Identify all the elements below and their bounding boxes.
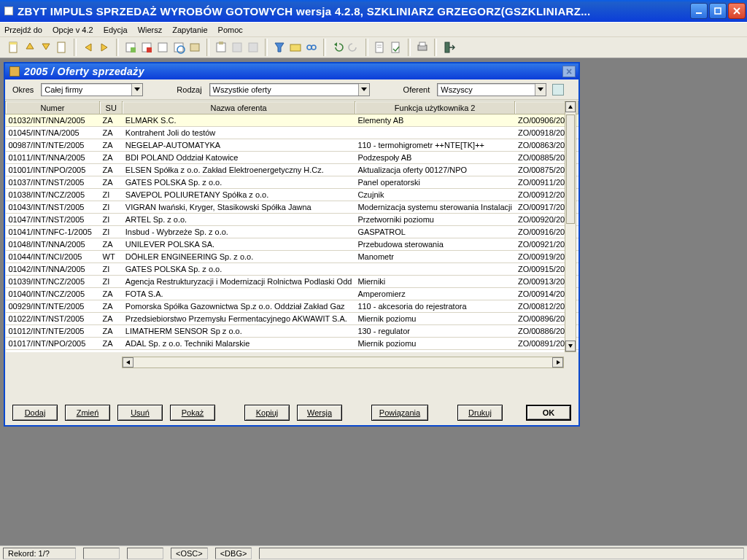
book-icon[interactable]: [188, 41, 201, 54]
clipboard3-icon: [247, 41, 260, 54]
table-row[interactable]: 01001/INT/NPO/2005ZAELSEN Spółka z o.o. …: [6, 164, 578, 176]
table-row[interactable]: 01011/INT/NNA/2005ZABDI POLAND Oddział K…: [6, 152, 578, 164]
table-row[interactable]: 01022/INT/NST/2005ZAPrzedsiebiorstwo Prz…: [6, 313, 578, 325]
menu-edycja[interactable]: Edycja: [104, 26, 128, 34]
cell-funk: Moduł AB: [355, 350, 515, 353]
oferent-dropdown[interactable]: Wszyscy: [437, 83, 546, 96]
close-button[interactable]: [728, 3, 746, 19]
page-icon[interactable]: [374, 41, 387, 54]
col-funk[interactable]: Funkcja użytkownika 2: [355, 101, 515, 114]
table-row[interactable]: 01041/INT/NFC-1/2005ZIInsbud - Wybrzeże …: [6, 226, 578, 238]
oferent-value: Wszyscy: [441, 85, 472, 94]
sheet-green-icon[interactable]: [124, 41, 137, 54]
clipboard-icon[interactable]: [214, 41, 228, 54]
svg-rect-16: [219, 42, 223, 44]
svg-rect-17: [233, 43, 241, 52]
wersja-button[interactable]: Wersja: [297, 405, 342, 421]
dodaj-button[interactable]: Dodaj: [12, 405, 58, 421]
table-row[interactable]: 01039/INT/NCZ/2005ZIAgencja Restrukturyz…: [6, 276, 578, 288]
cell-nazwa: UNILEVER POLSKA SA.: [123, 238, 355, 251]
kopiuj-button[interactable]: Kopiuj: [244, 405, 290, 421]
table-row[interactable]: 01012/INT/NTE/2005ZALIMATHERM SENSOR Sp …: [6, 325, 578, 338]
menu-opcje[interactable]: Opcje v 4.2: [53, 26, 93, 34]
cell-nazwa: LIMATHERM SENSOR Sp z o.o.: [123, 325, 355, 338]
menu-pomoc[interactable]: Pomoc: [218, 26, 243, 34]
sheet-refresh-icon[interactable]: [172, 41, 185, 54]
ok-button[interactable]: OK: [526, 405, 571, 421]
printer-icon[interactable]: [416, 41, 429, 54]
cell-nazwa: SAVEPOL POLIURETANY Spółka z o.o.: [123, 189, 355, 201]
exit-icon[interactable]: [442, 41, 455, 54]
table-row[interactable]: 01047/INT/NST/2005ZIARTEL Sp. z o.o.Prze…: [6, 214, 578, 226]
page-check-icon[interactable]: [390, 41, 403, 54]
table-row[interactable]: 01045/INT/NA/2005ZAKontrahent Joli do te…: [6, 127, 578, 139]
down-arrow-icon[interactable]: [39, 41, 53, 54]
doc-icon[interactable]: [7, 41, 20, 54]
svg-rect-19: [290, 44, 301, 51]
okres-label: Okres: [12, 85, 34, 94]
col-numer[interactable]: Numer: [6, 101, 100, 114]
table-row[interactable]: 01023/INT/NST/2005ZA"AUTOROBOT-STREFA" S…: [6, 350, 578, 353]
horizontal-scrollbar[interactable]: [122, 357, 564, 368]
maximize-button[interactable]: [709, 3, 727, 19]
cell-su: ZA: [100, 313, 123, 325]
cell-nazwa: Przedsiebiorstwo Przemysłu Fermentacyjne…: [123, 313, 355, 325]
vertical-scrollbar[interactable]: [565, 101, 576, 352]
table-row[interactable]: 00987/INT/NTE/2005ZANEGELAP-AUTOMATYKA11…: [6, 139, 578, 152]
table-row[interactable]: 01042/INT/NNA/2005ZIGATES POLSKA Sp. z o…: [6, 263, 578, 276]
col-nazwa[interactable]: Nazwa oferenta: [123, 101, 355, 114]
left-arrow-icon[interactable]: [82, 41, 95, 54]
cell-funk: Miernik poziomu: [355, 313, 515, 325]
doc2-icon[interactable]: [55, 41, 69, 54]
table-row[interactable]: 00929/INT/NTE/2005ZAPomorska Spółka Gazo…: [6, 300, 578, 313]
cell-su: ZA: [100, 325, 123, 338]
cell-funk: Czujnik: [355, 189, 515, 201]
svg-rect-28: [445, 42, 449, 52]
up-arrow-icon[interactable]: [23, 41, 36, 54]
svg-rect-27: [419, 42, 425, 46]
funnel-icon[interactable]: [273, 41, 286, 54]
undo-icon[interactable]: [331, 41, 344, 54]
minimize-button[interactable]: [690, 3, 708, 19]
filter-settings-icon[interactable]: [552, 84, 564, 96]
table-row[interactable]: 01037/INT/NST/2005ZAGATES POLSKA Sp. z o…: [6, 176, 578, 189]
cell-nazwa: Insbud - Wybrzeże Sp. z o.o.: [123, 226, 355, 238]
menu-przejdz[interactable]: Przejdź do: [4, 26, 42, 34]
rodzaj-dropdown[interactable]: Wszystkie oferty: [209, 83, 370, 96]
cell-num: 01012/INT/NTE/2005: [6, 325, 100, 338]
inner-window-title: 2005 / Oferty sprzedaży: [24, 66, 144, 77]
okres-dropdown[interactable]: Całej firmy: [41, 83, 143, 96]
cell-num: 01023/INT/NST/2005: [6, 350, 100, 353]
zmien-button[interactable]: Zmień: [65, 405, 110, 421]
link-icon[interactable]: [305, 41, 318, 54]
chevron-down-icon: [358, 84, 369, 96]
cell-num: 01042/INT/NNA/2005: [6, 263, 100, 276]
powiazania-button[interactable]: Powiązania: [371, 405, 428, 421]
table-row[interactable]: 01044/INT/NCI/2005WTDÖHLER ENGINEERING S…: [6, 251, 578, 263]
table-row[interactable]: 01043/INT/NST/2005ZIVIGRAN Iwański, Kryg…: [6, 201, 578, 214]
cell-su: ZA: [100, 238, 123, 251]
menu-wiersz[interactable]: Wiersz: [138, 26, 163, 34]
clipboard2-icon: [231, 41, 244, 54]
pokaz-button[interactable]: Pokaż: [170, 405, 215, 421]
table-row[interactable]: 01048/INT/NNA/2005ZAUNILEVER POLSKA SA.P…: [6, 238, 578, 251]
sheet-blank-icon[interactable]: [156, 41, 169, 54]
col-su[interactable]: SU: [100, 101, 123, 114]
sheet-red-icon[interactable]: [140, 41, 153, 54]
table-row[interactable]: 01032/INT/NNA/2005ZAELMARK S.C.Elementy …: [6, 114, 578, 127]
usun-button[interactable]: Usuń: [117, 405, 163, 421]
menu-zapytanie[interactable]: Zapytanie: [172, 26, 207, 34]
inner-window-icon: [9, 66, 20, 77]
table-row[interactable]: 01038/INT/NCZ/2005ZISAVEPOL POLIURETANY …: [6, 189, 578, 201]
right-arrow-icon[interactable]: [98, 41, 111, 54]
table-row[interactable]: 01040/INT/NCZ/2005ZAFOTA S.A.Amperomierz…: [6, 288, 578, 300]
scroll-thumb[interactable]: [566, 114, 575, 224]
svg-rect-12: [174, 43, 183, 52]
cell-nazwa: ELSEN Spółka z o.o. Zakład Elektroenerge…: [123, 164, 355, 176]
inner-close-button[interactable]: ×: [562, 66, 576, 77]
table-row[interactable]: 01017/INT/NPO/2005ZAADAL Sp. z o.o. Tech…: [6, 338, 578, 350]
cell-funk: Mierniki: [355, 276, 515, 288]
folder-icon[interactable]: [289, 41, 302, 54]
drukuj-button[interactable]: Drukuj: [457, 405, 503, 421]
main-titlebar: ZBYT IMPULS SPRZEDAŻ WYROBÓW GOTOWYCH we…: [0, 0, 747, 22]
